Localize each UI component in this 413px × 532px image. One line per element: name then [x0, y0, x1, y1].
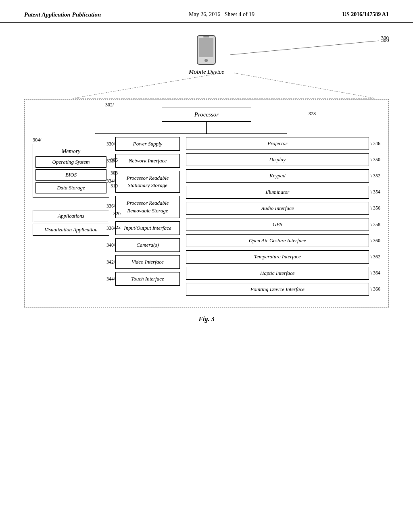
- applications-row: Applications 320: [33, 210, 109, 222]
- mobile-label: Mobile Device: [189, 69, 224, 75]
- svg-point-7: [205, 59, 208, 62]
- processor-box: Processor: [162, 108, 251, 122]
- ref-340: 340/: [106, 242, 115, 248]
- power-supply-row: 330/ Power Supply: [115, 137, 180, 151]
- ref-342: 342/: [106, 259, 115, 265]
- ref-360: \ 360: [371, 238, 380, 244]
- header-center: May 26, 2016 Sheet 4 of 19: [189, 11, 254, 18]
- ref-304: 304/: [33, 137, 109, 143]
- right-box-358: GPS: [186, 218, 369, 231]
- power-supply-box: Power Supply: [115, 137, 180, 151]
- svg-line-0: [230, 41, 379, 55]
- right-item-row-356: Audio Interface\ 356: [186, 202, 380, 215]
- right-item-row-346: Projector\ 346: [186, 137, 380, 150]
- ref-334: 334/: [106, 178, 115, 184]
- network-interface-box: Network Interface: [115, 154, 180, 168]
- proc-read-rem-box: Processor Readable Removable Storage: [115, 196, 180, 218]
- fig-label: Fig. 3: [24, 316, 389, 323]
- right-item-row-362: Temperature Interface\ 362: [186, 250, 380, 263]
- ref-362: \ 362: [371, 254, 380, 260]
- left-column: 304/ Memory Operating System 306 BIOS 30…: [33, 137, 109, 236]
- right-box-360: Open Air Gesture Interface: [186, 234, 369, 247]
- touch-interface-row: 344/ Touch Interface: [115, 272, 180, 286]
- right-item-row-360: Open Air Gesture Interface\ 360: [186, 234, 380, 247]
- ref-338: 338/: [106, 225, 115, 231]
- processor-row: 302/ Processor 328: [33, 108, 380, 122]
- right-item-row-364: Haptic Interface\ 364: [186, 267, 380, 280]
- right-box-354: Illuminator: [186, 186, 369, 199]
- data-storage-box: Data Storage: [35, 182, 106, 193]
- right-item-row-350: Display\ 350: [186, 153, 380, 166]
- columns: 304/ Memory Operating System 306 BIOS 30…: [33, 137, 380, 299]
- viz-app-row: Visualization Application 322: [33, 224, 109, 236]
- ref-352: \ 352: [371, 173, 380, 179]
- ref-330: 330/: [106, 141, 115, 147]
- ref-354: \ 354: [371, 189, 380, 195]
- ref-328: 328: [309, 111, 316, 117]
- cameras-row: 340/ Camera(s): [115, 238, 180, 252]
- right-box-366: Pointing Device Interface: [186, 283, 369, 296]
- ref-350: \ 350: [371, 157, 380, 163]
- right-item-row-352: Keypad\ 352: [186, 169, 380, 182]
- bios-row: BIOS 308: [35, 169, 106, 181]
- svg-rect-6: [200, 38, 214, 57]
- proc-read-stat-row: 334/ Processor Readable Stationary Stora…: [115, 171, 180, 193]
- main-diagram-box: 302/ Processor 328: [24, 99, 389, 308]
- touch-interface-box: Touch Interface: [115, 272, 180, 286]
- processor-connector-svg: [33, 122, 380, 134]
- cameras-box: Camera(s): [115, 238, 180, 252]
- bios-box: BIOS: [35, 169, 106, 181]
- memory-label: Memory: [35, 147, 106, 156]
- io-interface-row: 338/ Input/Output Interface: [115, 221, 180, 235]
- diagram-area: 300 300 Mobile Device: [0, 23, 413, 331]
- video-interface-row: 342/ Video Interface: [115, 255, 180, 269]
- applications-box: Applications: [33, 210, 109, 222]
- right-box-350: Display: [186, 153, 369, 166]
- data-storage-row: Data Storage 310: [35, 182, 106, 193]
- proc-read-rem-row: 336/ Processor Readable Removable Storag…: [115, 196, 180, 218]
- memory-outer-box: Memory Operating System 306 BIOS 308 Dat…: [33, 144, 109, 198]
- patent-number: US 2016/147589 A1: [342, 11, 389, 18]
- ref-344: 344/: [106, 276, 115, 282]
- svg-line-3: [234, 73, 375, 98]
- right-box-356: Audio Interface: [186, 202, 369, 215]
- svg-rect-8: [204, 36, 210, 37]
- ref-336: 336/: [106, 203, 115, 209]
- io-interface-box: Input/Output Interface: [115, 221, 180, 235]
- ref-358: \ 358: [371, 222, 380, 228]
- mobile-device-section: 300 Mobile Device: [24, 35, 389, 99]
- ref-356: \ 356: [371, 205, 380, 211]
- right-box-364: Haptic Interface: [186, 267, 369, 280]
- ref-332: 332/: [106, 158, 115, 164]
- svg-line-2: [73, 73, 222, 98]
- ref-366: \ 366: [371, 286, 380, 292]
- network-interface-row: 332/ Network Interface: [115, 154, 180, 168]
- viz-app-box: Visualization Application: [33, 224, 109, 236]
- sheet-info: Sheet 4 of 19: [225, 11, 254, 17]
- right-item-row-358: GPS\ 358: [186, 218, 380, 231]
- right-box-362: Temperature Interface: [186, 250, 369, 263]
- pub-date: May 26, 2016: [189, 11, 220, 17]
- publication-label: Patent Application Publication: [24, 11, 101, 18]
- ref-302: 302/: [105, 102, 114, 108]
- os-box: Operating System: [35, 156, 106, 168]
- proc-read-stat-box: Processor Readable Stationary Storage: [115, 171, 180, 193]
- right-item-row-366: Pointing Device Interface\ 366: [186, 283, 380, 296]
- right-box-346: Projector: [186, 137, 369, 150]
- ref-346: \ 346: [371, 141, 380, 147]
- ref-364: \ 364: [371, 270, 380, 276]
- middle-column: 330/ Power Supply 332/ Network Interface…: [115, 137, 180, 286]
- svg-text:300: 300: [381, 37, 389, 43]
- right-box-352: Keypad: [186, 169, 369, 182]
- page-header: Patent Application Publication May 26, 2…: [0, 0, 413, 23]
- video-interface-box: Video Interface: [115, 255, 180, 269]
- right-column: Projector\ 346Display\ 350Keypad\ 352Ill…: [186, 137, 380, 299]
- os-row: Operating System 306: [35, 156, 106, 168]
- mobile-icon: [196, 35, 218, 67]
- right-item-row-354: Illuminator\ 354: [186, 186, 380, 199]
